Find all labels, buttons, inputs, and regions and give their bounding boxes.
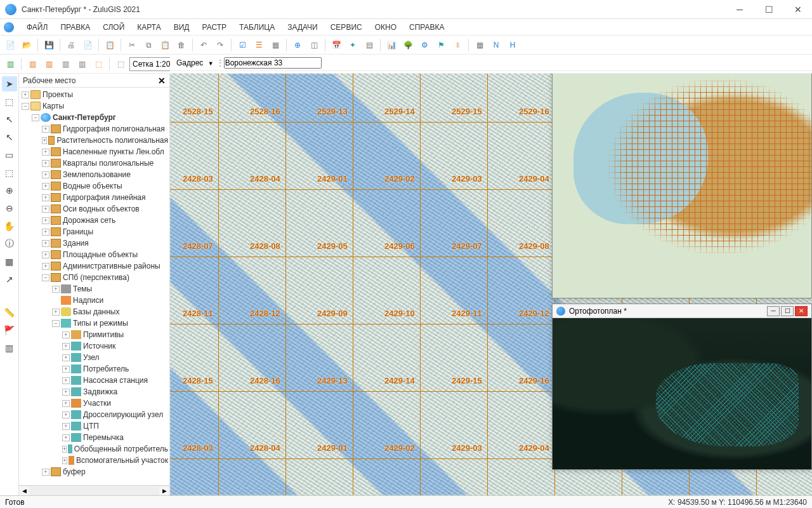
valve-button[interactable]: ⚑: [433, 37, 449, 53]
ortho-window[interactable]: Ортофотоплан * ─ ☐ ✕: [552, 304, 812, 470]
tool1-button[interactable]: ◫: [306, 37, 322, 53]
menu-table[interactable]: ТАБЛИЦА: [233, 21, 281, 34]
search-input[interactable]: [224, 57, 322, 69]
save-button[interactable]: 💾: [41, 37, 56, 53]
overview-map[interactable]: [553, 74, 811, 298]
menu-edit[interactable]: ПРАВКА: [54, 21, 96, 34]
tree-labels[interactable]: Надписи: [73, 296, 103, 305]
network-button[interactable]: ⚙: [417, 37, 432, 53]
layer-props-button[interactable]: ▥: [58, 57, 73, 72]
layer-labels-button[interactable]: ⬚: [91, 57, 106, 72]
tree-type-item[interactable]: +Задвижка: [19, 386, 169, 398]
tree-type-item[interactable]: +Вспомогательный участок: [19, 455, 169, 466]
ortho-minimize[interactable]: ─: [767, 306, 780, 316]
tree-hscroll[interactable]: ◀▶: [19, 485, 169, 495]
tree-layer[interactable]: +Гидрография полигональная: [19, 123, 169, 135]
tree-themes[interactable]: Темы: [73, 284, 92, 293]
menu-service[interactable]: СЕРВИС: [324, 21, 369, 34]
layers-button[interactable]: ☰: [251, 37, 266, 53]
tree-type-item[interactable]: +ЦТП: [19, 420, 169, 432]
calendar-button[interactable]: 📅: [329, 37, 344, 53]
tree-type-item[interactable]: +Узел: [19, 352, 169, 363]
tree-layer[interactable]: +Административные районы: [19, 260, 169, 272]
tree-databases[interactable]: Базы данных: [73, 307, 119, 316]
overview-window[interactable]: Санкт-Петербург * ─ ☐ ✕: [552, 74, 812, 298]
open-button[interactable]: 📂: [19, 37, 34, 53]
tree-type-item[interactable]: +Обобщенный потребитель: [19, 443, 169, 455]
new-button[interactable]: 📄: [3, 37, 18, 53]
tree-type-item[interactable]: +Участки: [19, 398, 169, 409]
menu-raster[interactable]: РАСТР: [195, 21, 233, 34]
layer-style-button[interactable]: ▥: [41, 57, 56, 72]
undo-button[interactable]: ↶: [196, 37, 211, 53]
tree-type-item[interactable]: +Примитивы: [19, 329, 169, 340]
tree-maps[interactable]: Карты: [43, 102, 64, 110]
copy-button[interactable]: ⧉: [141, 37, 156, 53]
misc-tool[interactable]: ▥: [2, 340, 17, 356]
search-provider-icon[interactable]: G: [176, 58, 182, 67]
edit-tool[interactable]: ▭: [2, 147, 17, 163]
tree-layer[interactable]: +Площадные объекты: [19, 249, 169, 260]
compass-button[interactable]: N: [488, 37, 504, 53]
tool2-button[interactable]: ▤: [362, 37, 377, 53]
frame-tool[interactable]: ⬚: [2, 165, 17, 180]
tree-perspective[interactable]: СПб (перспектива): [63, 273, 129, 282]
tree-spb[interactable]: Санкт-Петербург: [53, 113, 116, 122]
zoom-out-tool[interactable]: ⊖: [2, 201, 17, 216]
workspace-tree[interactable]: +Проекты −Карты −Санкт-Петербург +Гидрог…: [19, 88, 169, 485]
ortho-map[interactable]: [553, 318, 811, 469]
app-menu-icon[interactable]: [4, 22, 14, 32]
menu-tasks[interactable]: ЗАДАЧИ: [281, 21, 324, 34]
menu-map[interactable]: КАРТА: [131, 21, 167, 34]
tree-layer[interactable]: +Населенные пункты Лен.обл: [19, 146, 169, 157]
tree-type-item[interactable]: +Источник: [19, 340, 169, 352]
tree-button[interactable]: 🌳: [400, 37, 416, 53]
tree-layer[interactable]: +Землепользование: [19, 169, 169, 180]
pan-tool[interactable]: ✋: [2, 218, 17, 234]
layers-tool[interactable]: ▦: [2, 254, 17, 269]
menu-window[interactable]: ОКНО: [369, 21, 403, 34]
cut-button[interactable]: ✂: [124, 37, 140, 53]
close-button[interactable]: ✕: [789, 4, 807, 15]
node-tool[interactable]: ↖: [2, 130, 17, 145]
flag-tool[interactable]: 🚩: [2, 323, 17, 338]
delete-button[interactable]: 🗑: [174, 37, 189, 53]
magic-button[interactable]: ✦: [345, 37, 360, 53]
goto-tool[interactable]: ↗: [2, 272, 17, 287]
info-tool[interactable]: ⓘ: [2, 236, 17, 251]
search-type-combo[interactable]: адрес ▼: [182, 58, 213, 67]
table-button[interactable]: ▦: [268, 37, 283, 53]
tree-buffer[interactable]: буфер: [63, 467, 86, 476]
select-rect-tool[interactable]: ⬚: [2, 94, 17, 109]
ortho-close[interactable]: ✕: [795, 306, 808, 316]
minimize-button[interactable]: ─: [731, 4, 749, 15]
tree-layer[interactable]: +Водные объекты: [19, 180, 169, 192]
pointer-tool[interactable]: ➤: [2, 76, 17, 91]
grid-button[interactable]: ▦: [472, 37, 487, 53]
tree-layer[interactable]: +Гидрография линейная: [19, 192, 169, 203]
tree-type-item[interactable]: +Перемычка: [19, 432, 169, 443]
tree-layer[interactable]: +Растительность полигональная: [19, 135, 169, 146]
zoom-in-tool[interactable]: ⊕: [2, 183, 17, 198]
tree-projects[interactable]: Проекты: [43, 90, 73, 99]
menu-help[interactable]: СПРАВКА: [403, 21, 451, 34]
layer-settings-button[interactable]: ▥: [74, 57, 89, 72]
menu-file[interactable]: ФАЙЛ: [20, 21, 54, 34]
menu-view[interactable]: ВИД: [167, 21, 196, 34]
redo-button[interactable]: ↷: [213, 37, 228, 53]
ortho-maximize[interactable]: ☐: [781, 306, 794, 316]
panel-close-button[interactable]: ✕: [158, 76, 166, 86]
properties-button[interactable]: ☑: [235, 37, 250, 53]
tree-layer[interactable]: +Здания: [19, 237, 169, 249]
print-button[interactable]: 🖨: [63, 37, 79, 53]
tree-type-item[interactable]: +Насосная станция: [19, 375, 169, 386]
tree-type-item[interactable]: +Потребитель: [19, 363, 169, 375]
paste-button[interactable]: 📋: [157, 37, 173, 53]
tree-layer[interactable]: +Границы: [19, 226, 169, 237]
tree-layer[interactable]: +Дорожная сеть: [19, 215, 169, 226]
select-arrow-tool[interactable]: ↖: [2, 112, 17, 127]
tree-types-modes[interactable]: Типы и режимы: [73, 319, 128, 328]
map-viewport[interactable]: 2528-152528-162529-132529-142529-152529-…: [170, 74, 812, 495]
tree-layer[interactable]: +Кварталы полигональные: [19, 157, 169, 169]
add-button[interactable]: ⊕: [290, 37, 305, 53]
